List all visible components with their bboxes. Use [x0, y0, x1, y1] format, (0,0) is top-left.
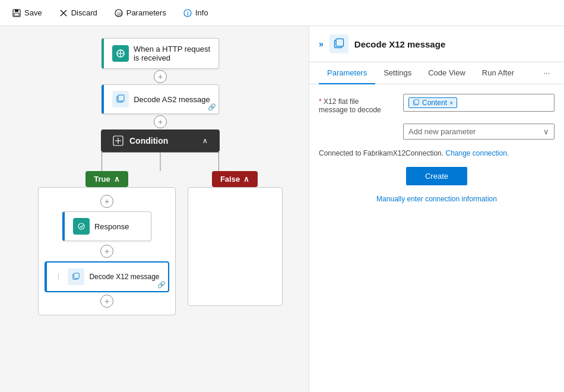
- link-icon-x12: 🔗: [157, 281, 166, 289]
- false-branch-body: [188, 187, 283, 306]
- x-icon: [59, 8, 68, 18]
- condition-node[interactable]: Condition ∧: [101, 129, 220, 152]
- response-icon: [73, 218, 90, 235]
- svg-rect-21: [336, 39, 344, 46]
- http-request-node[interactable]: When a HTTP requestis received: [102, 38, 219, 69]
- flow-container: When a HTTP requestis received + Decode …: [12, 38, 309, 315]
- condition-icon: [113, 135, 123, 146]
- response-label: Response: [94, 222, 129, 231]
- svg-rect-13: [118, 95, 124, 101]
- decode-x12-node[interactable]: ⋮ Decode X12 message 🔗: [45, 261, 169, 292]
- save-icon: [12, 8, 21, 18]
- true-caret: ∧: [114, 175, 120, 184]
- svg-rect-2: [14, 13, 19, 16]
- add-param-spacer: [319, 124, 396, 127]
- add-parameter-placeholder: Add new parameter: [408, 127, 476, 136]
- dropdown-chevron: ∨: [543, 127, 549, 136]
- branch-lines: [47, 152, 273, 171]
- svg-text:i: i: [187, 11, 189, 17]
- add-after-as2[interactable]: +: [154, 115, 167, 128]
- true-branch-header[interactable]: True ∧: [85, 171, 128, 187]
- true-branch: True ∧ + Response +: [38, 171, 175, 315]
- panel-header: » Decode X12 message: [309, 26, 564, 62]
- link-icon-as2: 🔗: [208, 103, 216, 111]
- svg-rect-23: [414, 100, 419, 105]
- true-branch-body: + Response + ⋮: [38, 187, 175, 315]
- decode-x12-dots: ⋮: [55, 273, 62, 281]
- toolbar: Save Discard @ Parameters i Info: [0, 0, 564, 26]
- parameters-button[interactable]: @ Parameters: [112, 7, 169, 19]
- main-layout: When a HTTP requestis received + Decode …: [0, 26, 564, 392]
- content-tag-label: Content: [422, 99, 447, 107]
- add-param-control[interactable]: Add new parameter ∨: [403, 124, 555, 140]
- content-tag[interactable]: Content ×: [408, 97, 457, 108]
- manual-connection-link[interactable]: Manually enter connection information: [319, 195, 555, 203]
- false-branch: False ∧: [188, 171, 283, 306]
- create-button[interactable]: Create: [406, 167, 467, 185]
- decode-x12-label: Decode X12 message: [89, 273, 159, 281]
- panel-icon: [329, 34, 348, 53]
- tab-code-view[interactable]: Code View: [420, 62, 474, 84]
- svg-rect-19: [74, 273, 80, 279]
- connection-info: Connected to FabrikamX12Connection. Chan…: [319, 149, 555, 157]
- add-after-response[interactable]: +: [100, 245, 113, 258]
- add-bottom-true[interactable]: +: [100, 295, 113, 308]
- branch-row: True ∧ + Response +: [38, 171, 282, 315]
- http-icon: [112, 45, 129, 62]
- info-button[interactable]: i Info: [180, 7, 211, 19]
- http-node-label: When a HTTP requestis received: [134, 45, 210, 62]
- decode-as2-label: Decode AS2 message: [134, 95, 210, 104]
- false-branch-header[interactable]: False ∧: [212, 171, 258, 187]
- decode-x12-icon: [68, 268, 84, 285]
- save-button[interactable]: Save: [9, 7, 45, 19]
- parameters-icon: @: [114, 8, 123, 18]
- panel-tabs: Parameters Settings Code View Run After …: [309, 62, 564, 84]
- x12-field-control[interactable]: Content ×: [403, 94, 555, 112]
- decode-as2-node[interactable]: Decode AS2 message 🔗: [102, 84, 219, 114]
- x12-required-star: *: [319, 97, 324, 106]
- decode-as2-icon: [112, 91, 129, 108]
- svg-rect-1: [15, 10, 18, 12]
- svg-text:@: @: [117, 11, 122, 17]
- change-connection-link[interactable]: Change connection.: [445, 149, 509, 157]
- tab-run-after[interactable]: Run After: [474, 62, 522, 84]
- add-parameter-dropdown[interactable]: Add new parameter ∨: [403, 124, 555, 140]
- tab-more[interactable]: ···: [538, 62, 555, 84]
- condition-caret: ∧: [202, 137, 208, 145]
- x12-tag-input[interactable]: Content ×: [403, 94, 555, 112]
- content-tag-close[interactable]: ×: [449, 99, 453, 106]
- response-node[interactable]: Response: [62, 211, 151, 241]
- add-after-http[interactable]: +: [154, 70, 167, 83]
- panel-title: Decode X12 message: [354, 39, 445, 49]
- false-caret: ∧: [243, 175, 249, 184]
- condition-label: Condition: [129, 136, 197, 146]
- x12-field-label: * X12 flat filemessage to decode: [319, 94, 396, 114]
- canvas: When a HTTP requestis received + Decode …: [0, 26, 309, 392]
- panel-collapse-button[interactable]: »: [319, 39, 324, 49]
- add-parameter-row: Add new parameter ∨: [319, 124, 555, 140]
- right-panel: » Decode X12 message Parameters Settings…: [309, 26, 564, 392]
- panel-body: * X12 flat filemessage to decode Content…: [309, 84, 564, 392]
- tag-icon: [413, 99, 420, 106]
- tab-settings[interactable]: Settings: [375, 62, 420, 84]
- tab-parameters[interactable]: Parameters: [319, 62, 375, 84]
- x12-field-row: * X12 flat filemessage to decode Content…: [319, 94, 555, 114]
- info-icon: i: [183, 8, 192, 18]
- discard-button[interactable]: Discard: [56, 7, 100, 19]
- add-in-true-branch[interactable]: +: [100, 195, 113, 208]
- svg-point-17: [78, 223, 84, 229]
